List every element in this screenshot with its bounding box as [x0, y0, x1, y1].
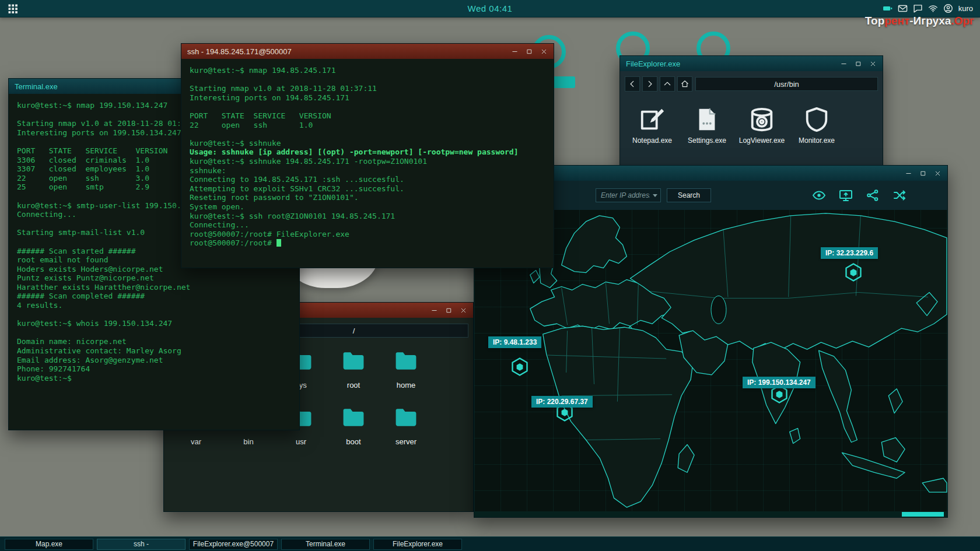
file-item[interactable]: Notepad.exe — [625, 106, 680, 145]
terminal-line: Puntz exists Puntz@nicorpe.net — [17, 273, 291, 283]
eye-icon[interactable] — [812, 188, 826, 202]
file-label: Notepad.exe — [632, 136, 672, 145]
current-path: / — [353, 327, 355, 335]
file-icon — [694, 106, 720, 133]
folder-label: home — [397, 381, 416, 389]
terminal-line: Email address: Asorg@genzyme.net — [17, 356, 291, 365]
terminal-line: kuro@test:~$ whois 199.150.134.247 — [17, 319, 291, 328]
terminal-line: Interesting ports on 194.85.245.171 — [190, 93, 545, 103]
folder-item[interactable]: root — [337, 348, 370, 389]
folder-item[interactable]: home — [390, 348, 422, 389]
map-scrollbar-thumb[interactable] — [902, 512, 944, 517]
node-hexagon-icon[interactable] — [510, 357, 530, 377]
database-icon — [748, 106, 775, 133]
minimize-button[interactable] — [837, 59, 850, 68]
shuffle-icon[interactable] — [892, 188, 907, 202]
dropdown-caret-icon — [653, 194, 657, 197]
terminal-line: 22 open ssh 1.0 — [190, 121, 545, 130]
terminal-line: PORT STATE SERVICE VERSION — [190, 111, 545, 121]
maximize-button[interactable] — [916, 169, 929, 178]
minimize-button[interactable] — [428, 306, 440, 315]
map-toolbar-icons — [812, 188, 907, 202]
ip-marker-label[interactable]: IP: 220.29.67.37 — [531, 396, 593, 408]
folder-label: usr — [296, 437, 306, 446]
window-controls — [835, 59, 879, 68]
taskbar-item[interactable]: Terminal.exe — [281, 539, 370, 550]
window-title: FileExplorer.exe — [626, 59, 835, 68]
folder-label: root — [347, 381, 360, 389]
folder-label: bin — [243, 437, 253, 446]
ip-address-input[interactable] — [596, 188, 661, 202]
close-button[interactable] — [537, 47, 550, 56]
ip-marker-label[interactable]: IP: 32.23.229.6 — [821, 247, 878, 259]
terminal-line: kuro@test:~$ — [17, 374, 291, 383]
notepad-icon — [639, 106, 666, 133]
share-icon[interactable] — [866, 188, 880, 202]
file-label: LogViewer.exe — [739, 136, 785, 145]
folder-icon — [390, 348, 422, 376]
site-watermark: Торрент-Игруха.Орг — [865, 15, 974, 27]
nav-buttons — [625, 76, 692, 92]
file-label: Monitor.exe — [799, 136, 835, 145]
terminal-line: root@500007:/root# FileExplorer.exe — [190, 230, 545, 239]
back-button[interactable] — [625, 76, 640, 92]
window-controls — [506, 47, 550, 56]
terminal-cursor — [276, 239, 281, 247]
file-item[interactable]: LogViewer.exe — [734, 106, 789, 145]
terminal-line: Connecting... — [190, 220, 545, 230]
user-icon[interactable] — [943, 3, 953, 13]
map-scrollbar[interactable] — [474, 511, 947, 517]
status-icons — [883, 3, 953, 13]
close-button[interactable] — [866, 59, 879, 68]
taskbar-item[interactable]: Map.exe — [5, 539, 93, 550]
terminal-line: Domain name: nicorpe.net — [17, 337, 291, 346]
minimize-button[interactable] — [902, 169, 915, 178]
chat-icon[interactable] — [913, 3, 923, 13]
terminal-line: Haratther exists Haratther@nicorpe.net — [17, 283, 291, 292]
back-icon — [628, 80, 636, 88]
taskbar: Map.exessh -FileExplorer.exe@500007Termi… — [0, 536, 980, 551]
terminal-line: Administrative contact: Marley Asorg — [17, 346, 291, 356]
maximize-button[interactable] — [852, 59, 864, 68]
ssh-terminal-window: ssh - 194.85.245.171@500007 kuro@test:~$… — [181, 43, 554, 268]
address-bar[interactable]: /usr/bin — [695, 77, 878, 91]
maximize-button[interactable] — [442, 306, 455, 315]
file-item[interactable]: Monitor.exe — [789, 106, 844, 145]
ip-marker-label[interactable]: IP: 9.48.1.233 — [488, 336, 541, 348]
home-icon — [681, 80, 689, 88]
folder-item[interactable]: boot — [337, 405, 370, 446]
close-button[interactable] — [457, 306, 470, 315]
ip-marker-label[interactable]: IP: 199.150.134.247 — [743, 377, 816, 388]
close-button[interactable] — [931, 169, 944, 178]
taskbar-item[interactable]: FileExplorer.exe — [373, 539, 462, 550]
home-button[interactable] — [677, 76, 692, 92]
folder-label: var — [191, 437, 201, 446]
terminal-line — [190, 75, 545, 85]
taskbar-item[interactable]: FileExplorer.exe@500007 — [189, 539, 278, 550]
shield-icon — [803, 106, 830, 133]
terminal-line: Phone: 992741764 — [17, 364, 291, 374]
screenshare-icon[interactable] — [839, 188, 853, 202]
wifi-icon[interactable] — [928, 3, 938, 13]
folder-label: boot — [346, 437, 360, 446]
terminal-output[interactable]: kuro@test:~$ nmap 194.85.245.171Starting… — [181, 59, 554, 268]
folder-item[interactable]: server — [390, 405, 422, 446]
battery-icon[interactable] — [883, 3, 892, 13]
folder-icon — [337, 348, 370, 376]
mail-icon[interactable] — [898, 3, 908, 13]
taskbar-item[interactable]: ssh - — [97, 539, 186, 550]
folder-label: server — [396, 437, 416, 446]
minimize-button[interactable] — [508, 47, 521, 56]
file-item[interactable]: Settings.exe — [680, 106, 734, 145]
terminal-line: kuro@test:~$ nmap 194.85.245.171 — [190, 66, 545, 75]
apps-grid-icon[interactable] — [7, 3, 19, 15]
window-titlebar[interactable]: FileExplorer.exe — [620, 56, 883, 71]
desktop: Wed 04:41 kuro Торрент-Игруха.Орг / sysr… — [0, 0, 980, 551]
forward-button[interactable] — [642, 76, 657, 92]
up-button[interactable] — [660, 76, 675, 92]
window-titlebar[interactable]: ssh - 194.85.245.171@500007 — [181, 44, 554, 59]
terminal-line: 4 results. — [17, 301, 291, 310]
node-hexagon-icon[interactable] — [844, 262, 863, 282]
search-button[interactable]: Search — [667, 188, 711, 202]
maximize-button[interactable] — [523, 47, 536, 56]
